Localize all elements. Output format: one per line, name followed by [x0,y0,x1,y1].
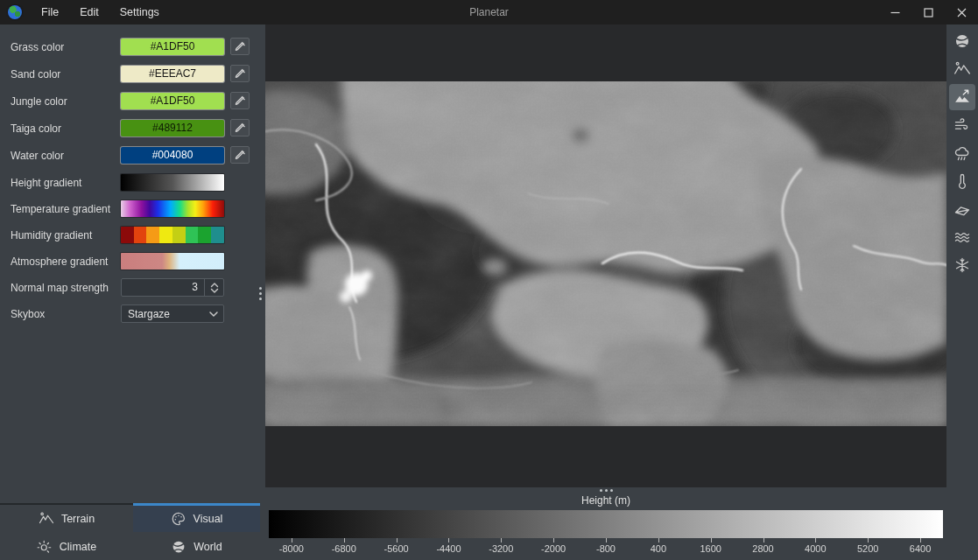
bottom-tabs: Terrain Visual Climate World [0,503,260,560]
close-button[interactable] [945,0,978,24]
sand-color-field[interactable]: #EEEAC7 [121,66,224,82]
normal-map-strength-label: Normal map strength [11,275,109,301]
tick-label: 400 [632,538,685,554]
app-globe-icon [8,5,22,19]
globe-icon [171,539,186,555]
chevron-down-icon [208,311,219,318]
visual-settings-panel: Grass color #A1DF50 Sand color #EEEAC7 J… [0,24,265,505]
taiga-color-picker-button[interactable] [230,119,250,136]
water-color-picker-button[interactable] [230,146,250,164]
tab-visual-label: Visual [193,513,223,525]
tick-label: -2000 [527,538,580,554]
water-color-row: Water color #004080 [0,143,265,169]
tab-terrain-label: Terrain [61,513,95,525]
eyedropper-icon [235,122,246,134]
tool-mountains[interactable] [949,56,975,82]
tool-temperature[interactable] [949,168,975,194]
water-color-field[interactable]: #004080 [121,147,224,164]
eyedropper-icon [235,150,246,161]
tool-snow[interactable] [949,252,975,278]
tool-terrain-height[interactable] [949,84,975,110]
tab-world-label: World [193,541,222,553]
tick-label: 2800 [737,538,790,554]
taiga-color-row: Taiga color #489112 [0,116,265,142]
sand-color-label: Sand color [11,61,60,88]
sand-color-picker-button[interactable] [230,65,250,82]
jungle-color-picker-button[interactable] [230,92,250,109]
rain-cloud-icon [953,144,971,162]
tab-climate-label: Climate [60,541,96,553]
tool-waves[interactable] [949,224,975,250]
tool-globe[interactable] [949,28,975,54]
sand-color-row: Sand color #EEEAC7 [0,61,265,88]
vertical-splitter[interactable] [257,24,265,505]
normal-map-strength-value[interactable]: 3 [122,279,204,296]
jungle-color-field[interactable]: #A1DF50 [121,93,224,109]
tab-world[interactable]: World [133,533,260,560]
atmosphere-gradient-field[interactable] [121,253,224,270]
snowflake-icon [953,256,971,274]
taiga-color-label: Taiga color [11,116,61,142]
eyedropper-icon [235,95,246,107]
temperature-gradient-label: Temperature gradient [11,196,110,222]
mountains-icon [953,60,971,78]
legend-tick-labels: -8000-6800-5600-4400-3200-2000-800400160… [265,538,946,554]
normal-map-strength-stepper[interactable]: 3 [121,278,224,297]
menu-edit[interactable]: Edit [70,6,109,18]
skybox-label: Skybox [11,301,45,327]
jungle-color-label: Jungle color [11,88,67,115]
close-icon [957,8,967,18]
app-window: File Edit Settings Planetar Grass color … [0,0,978,560]
grass-color-picker-button[interactable] [230,38,250,55]
tool-erosion[interactable] [949,196,975,222]
thermometer-icon [953,172,971,190]
tab-terrain[interactable]: Terrain [0,505,133,532]
atmosphere-gradient-label: Atmosphere gradient [11,248,108,275]
temperature-gradient-field[interactable] [121,200,224,217]
tool-rail [946,24,978,487]
minimize-button[interactable] [878,0,911,24]
waves-icon [953,228,971,246]
heightmap-canvas[interactable] [265,81,946,426]
horizontal-splitter[interactable] [595,489,616,492]
grass-color-field[interactable]: #A1DF50 [121,38,224,55]
skybox-row: Skybox Stargaze [0,301,265,327]
humidity-gradient-field[interactable] [121,227,224,243]
water-color-label: Water color [11,143,64,169]
mountains-icon [39,511,54,527]
wind-icon [953,116,971,134]
tab-visual[interactable]: Visual [133,505,260,532]
skybox-dropdown[interactable]: Stargaze [121,304,224,323]
tick-label: -800 [580,538,632,554]
tool-precipitation[interactable] [949,140,975,166]
spinner-updown-icon [209,282,220,294]
terrain-height-arrow-icon [953,88,971,106]
height-gradient-field[interactable] [121,174,224,191]
window-controls [878,0,978,24]
temperature-gradient-row: Temperature gradient [0,196,265,222]
tick-label: 4000 [789,538,841,554]
tool-wind[interactable] [949,112,975,138]
menu-file[interactable]: File [32,6,68,18]
eyedropper-icon [235,41,246,52]
tick-label: -8000 [265,538,318,554]
maximize-icon [924,8,933,18]
minimize-icon [890,8,900,18]
tab-climate[interactable]: Climate [0,533,133,560]
tick-label: -5600 [370,538,423,554]
map-viewport[interactable] [265,24,946,487]
menu-settings[interactable]: Settings [110,6,169,18]
taiga-color-field[interactable]: #489112 [121,120,224,136]
humidity-gradient-row: Humidity gradient [0,222,265,248]
skybox-selected-value: Stargaze [122,308,208,320]
tick-label: -6800 [318,538,370,554]
palette-icon [171,511,186,527]
maximize-button[interactable] [911,0,945,24]
tick-label: -3200 [475,538,527,554]
tick-label: 5200 [841,538,894,554]
titlebar: File Edit Settings Planetar [0,0,978,24]
stepper-buttons[interactable] [204,279,223,296]
globe-icon [953,32,971,50]
height-gradient-label: Height gradient [11,170,81,196]
legend-title: Height (m) [265,494,946,507]
